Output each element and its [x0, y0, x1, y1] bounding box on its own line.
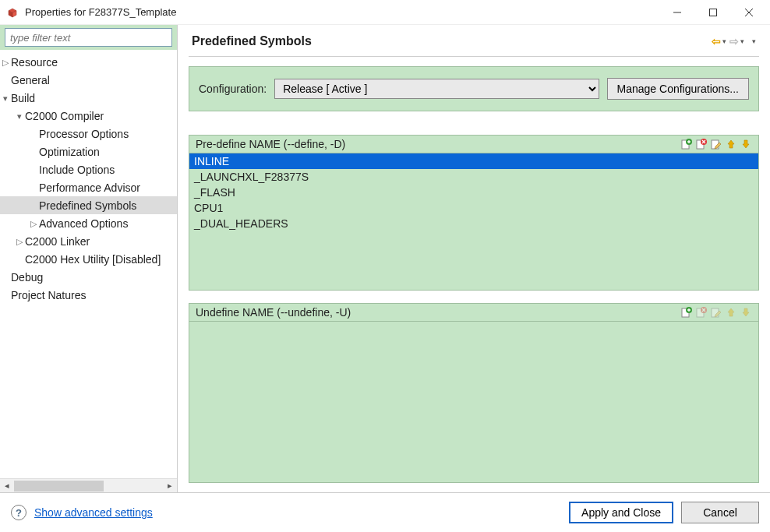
- move-down-icon[interactable]: [740, 138, 752, 150]
- defines-list[interactable]: INLINE_LAUNCHXL_F28377S_FLASHCPU1_DUAL_H…: [189, 153, 758, 290]
- chevron-down-icon[interactable]: ▾: [14, 107, 25, 125]
- move-up-icon: [725, 306, 737, 319]
- sidebar-scrollbar[interactable]: ◂ ▸: [0, 478, 177, 492]
- defines-block: Pre-define NAME (--define, -D): [189, 135, 759, 291]
- page-title: Predefined Symbols: [192, 34, 712, 48]
- nav-tree[interactable]: ▷ Resource General ▾ Build ▾ C2000 Compi…: [0, 50, 177, 478]
- configuration-label: Configuration:: [199, 83, 267, 95]
- tree-item-c2000-linker[interactable]: ▷ C2000 Linker: [0, 232, 177, 250]
- tree-item-debug[interactable]: Debug: [0, 268, 177, 286]
- scroll-left-icon[interactable]: ◂: [0, 481, 14, 491]
- add-icon[interactable]: [680, 138, 693, 150]
- tree-item-processor-options[interactable]: Processor Options: [0, 125, 177, 143]
- tree-item-project-natures[interactable]: Project Natures: [0, 286, 177, 304]
- move-down-icon: [740, 306, 752, 319]
- edit-icon: [710, 306, 722, 319]
- tree-item-resource[interactable]: ▷ Resource: [0, 53, 177, 71]
- svg-rect-4: [710, 9, 717, 16]
- chevron-right-icon[interactable]: ▷: [28, 215, 39, 232]
- chevron-down-icon[interactable]: ▾: [0, 90, 11, 107]
- apply-close-button[interactable]: Apply and Close: [569, 502, 673, 523]
- configuration-select[interactable]: Release [ Active ]: [274, 79, 599, 99]
- tree-item-c2000-hex-utility[interactable]: C2000 Hex Utility [Disabled]: [0, 250, 177, 268]
- tree-item-build[interactable]: ▾ Build: [0, 89, 177, 107]
- chevron-right-icon[interactable]: ▷: [14, 233, 25, 250]
- list-item[interactable]: INLINE: [189, 153, 758, 169]
- tree-item-include-options[interactable]: Include Options: [0, 160, 177, 178]
- undefines-header: Undefine NAME (--undefine, -U): [196, 306, 680, 319]
- manage-configurations-button[interactable]: Manage Configurations...: [607, 78, 749, 100]
- maximize-button[interactable]: [695, 1, 731, 24]
- move-up-icon[interactable]: [725, 138, 737, 150]
- undefines-block: Undefine NAME (--undefine, -U): [189, 303, 759, 483]
- filter-input[interactable]: [5, 28, 172, 47]
- scroll-right-icon[interactable]: ▸: [163, 481, 177, 491]
- defines-header: Pre-define NAME (--define, -D): [196, 138, 680, 150]
- edit-icon[interactable]: [710, 138, 722, 150]
- tree-item-performance-advisor[interactable]: Performance Advisor: [0, 178, 177, 196]
- delete-icon: [695, 306, 708, 319]
- list-item[interactable]: _FLASH: [189, 185, 758, 200]
- show-advanced-link[interactable]: Show advanced settings: [34, 506, 153, 519]
- add-icon[interactable]: [680, 306, 693, 319]
- delete-icon[interactable]: [695, 138, 708, 150]
- tree-item-advanced-options[interactable]: ▷ Advanced Options: [0, 214, 177, 232]
- back-button[interactable]: ⇦▾: [712, 35, 726, 48]
- list-item[interactable]: _DUAL_HEADERS: [189, 216, 758, 231]
- minimize-button[interactable]: [659, 1, 695, 24]
- list-item[interactable]: _LAUNCHXL_F28377S: [189, 169, 758, 185]
- app-icon: [6, 6, 19, 19]
- help-icon[interactable]: ?: [11, 505, 26, 520]
- tree-item-general[interactable]: General: [0, 71, 177, 89]
- window-title: Properties for F28377S_Template: [25, 6, 659, 18]
- tree-item-c2000-compiler[interactable]: ▾ C2000 Compiler: [0, 107, 177, 125]
- chevron-right-icon[interactable]: ▷: [0, 54, 11, 71]
- forward-button[interactable]: ⇨▾: [729, 35, 744, 48]
- cancel-button[interactable]: Cancel: [681, 502, 759, 523]
- tree-item-predefined-symbols[interactable]: Predefined Symbols: [0, 196, 177, 214]
- header-menu-button[interactable]: ▾: [747, 35, 756, 48]
- list-item[interactable]: CPU1: [189, 200, 758, 216]
- undefines-list[interactable]: [189, 322, 758, 482]
- sidebar: ▷ Resource General ▾ Build ▾ C2000 Compi…: [0, 25, 178, 492]
- tree-item-optimization[interactable]: Optimization: [0, 143, 177, 160]
- close-button[interactable]: [731, 1, 767, 24]
